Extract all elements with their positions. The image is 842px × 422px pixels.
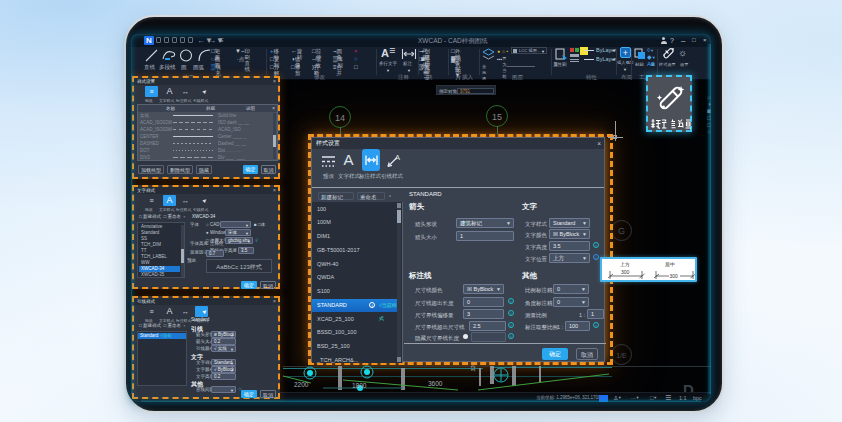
svg-text:300: 300 [621,269,630,275]
svg-text:300: 300 [670,273,679,279]
svg-text:A: A [395,153,400,162]
